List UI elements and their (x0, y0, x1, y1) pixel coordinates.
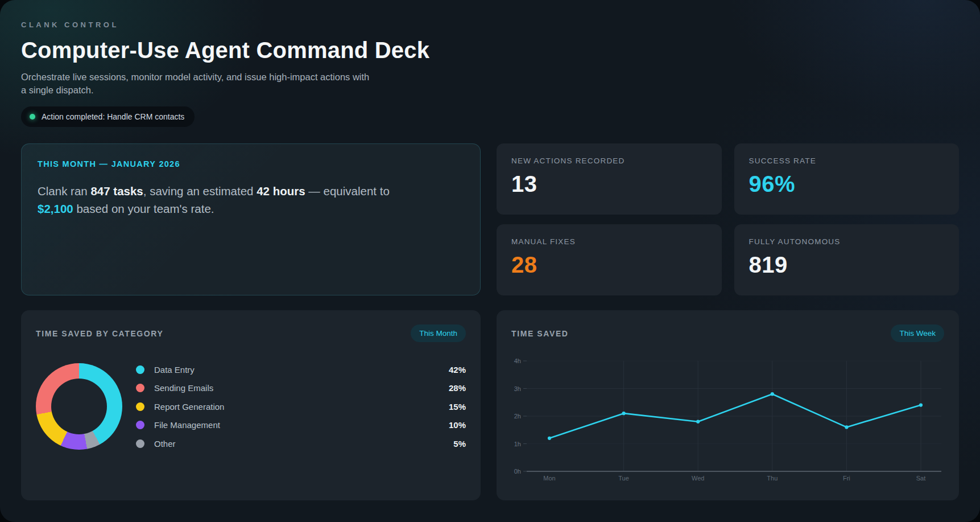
line-chart: 0h1h2h3h4hMonTueWedThuFriSat (497, 339, 959, 488)
brand-label: CLANK CONTROL (21, 20, 959, 29)
stat-grid: NEW ACTIONS RECORDED 13 SUCCESS RATE 96%… (497, 143, 959, 295)
legend-dot-icon (136, 439, 144, 448)
svg-text:Fri: Fri (843, 475, 850, 482)
time-saved-panel: TIME SAVED This Week 0h1h2h3h4hMonTueWed… (497, 310, 959, 500)
summary-seg-2: , saving an estimated (143, 184, 257, 198)
legend-item-other: Other 5% (136, 439, 466, 449)
donut-chart (36, 363, 122, 450)
legend-label: Other (154, 439, 453, 449)
stat-label: SUCCESS RATE (749, 157, 945, 165)
legend-dot-icon (136, 421, 144, 429)
svg-text:3h: 3h (514, 385, 521, 392)
legend-item-data-entry: Data Entry 42% (136, 365, 466, 375)
summary-seg-4: based on your team's rate. (73, 202, 214, 215)
page-title: Computer-Use Agent Command Deck (21, 38, 959, 62)
stat-value: 13 (511, 171, 707, 197)
summary-money-value: $2,100 (38, 202, 73, 215)
summary-card: THIS MONTH — JANUARY 2026 Clank ran 847 … (21, 143, 481, 295)
page-header: CLANK CONTROL Computer-Use Agent Command… (0, 0, 980, 127)
panel-head: TIME SAVED BY CATEGORY This Month (36, 324, 466, 342)
stat-label: MANUAL FIXES (511, 237, 707, 246)
status-pill-label: Action completed: Handle CRM contacts (42, 112, 184, 121)
stat-value: 28 (511, 252, 707, 278)
legend-dot-icon (136, 402, 144, 411)
legend-percent: 10% (449, 420, 466, 430)
svg-text:Tue: Tue (618, 475, 629, 482)
svg-text:4h: 4h (514, 357, 521, 364)
legend-item-file-management: File Management 10% (136, 420, 466, 430)
status-dot-icon (30, 114, 35, 120)
svg-text:1h: 1h (514, 441, 521, 447)
bottom-row: TIME SAVED BY CATEGORY This Month Data E… (0, 310, 980, 500)
legend-label: Data Entry (154, 365, 449, 375)
this-month-badge[interactable]: This Month (411, 324, 466, 342)
stat-value: 819 (749, 252, 945, 278)
stat-label: FULLY AUTONOMOUS (749, 237, 945, 246)
stat-card-success-rate: SUCCESS RATE 96% (734, 143, 960, 215)
legend-dot-icon (136, 384, 144, 392)
legend-percent: 5% (453, 439, 466, 449)
panel-title: TIME SAVED BY CATEGORY (36, 329, 163, 338)
stat-label: NEW ACTIONS RECORDED (511, 157, 707, 165)
summary-text: Clank ran 847 tasks, saving an estimated… (38, 182, 402, 217)
svg-text:Sat: Sat (916, 475, 926, 482)
svg-text:2h: 2h (514, 413, 521, 420)
time-saved-by-category-panel: TIME SAVED BY CATEGORY This Month Data E… (21, 310, 481, 500)
summary-seg-3: — equivalent to (305, 184, 390, 198)
svg-text:Mon: Mon (543, 475, 555, 482)
summary-hours-value: 42 hours (257, 184, 305, 198)
legend-percent: 28% (449, 383, 466, 393)
legend-item-sending-emails: Sending Emails 28% (136, 383, 466, 393)
legend-dot-icon (136, 365, 144, 374)
donut-content: Data Entry 42% Sending Emails 28% Report… (36, 363, 466, 450)
legend-item-report-generation: Report Generation 15% (136, 402, 466, 412)
legend-label: File Management (154, 420, 449, 430)
donut-hole (51, 379, 107, 434)
panel-title: TIME SAVED (511, 329, 569, 338)
summary-tasks-value: 847 tasks (90, 184, 143, 198)
legend-label: Sending Emails (154, 383, 449, 393)
legend-percent: 15% (449, 402, 466, 412)
stat-card-fully-autonomous: FULLY AUTONOMOUS 819 (734, 224, 960, 295)
stat-card-manual-fixes: MANUAL FIXES 28 (497, 224, 722, 295)
summary-eyebrow: THIS MONTH — JANUARY 2026 (38, 159, 464, 168)
donut-legend: Data Entry 42% Sending Emails 28% Report… (136, 365, 466, 449)
stat-card-new-actions: NEW ACTIONS RECORDED 13 (497, 143, 722, 215)
stat-value: 96% (749, 171, 945, 197)
svg-text:Thu: Thu (767, 475, 778, 482)
summary-seg-1: Clank ran (38, 184, 90, 198)
legend-percent: 42% (449, 365, 466, 375)
dashboard-canvas: CLANK CONTROL Computer-Use Agent Command… (0, 0, 980, 522)
top-row: THIS MONTH — JANUARY 2026 Clank ran 847 … (0, 143, 980, 295)
svg-text:0h: 0h (514, 468, 521, 475)
legend-label: Report Generation (154, 402, 449, 412)
page-subtitle: Orchestrate live sessions, monitor model… (21, 71, 374, 97)
svg-text:Wed: Wed (692, 475, 704, 482)
status-pill: Action completed: Handle CRM contacts (21, 106, 195, 127)
